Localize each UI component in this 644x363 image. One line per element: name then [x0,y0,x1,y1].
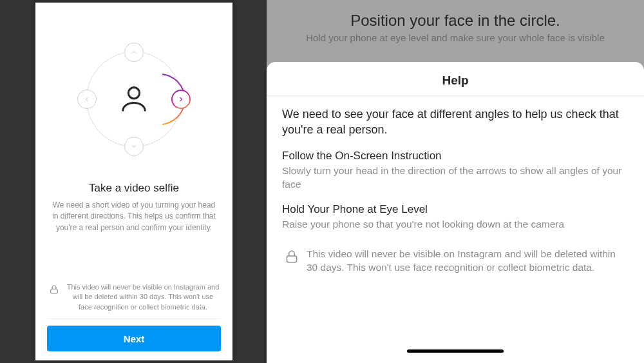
divider [267,95,644,96]
help-overlay-screen: Position your face in the circle. Hold y… [267,0,644,363]
person-icon [117,82,151,115]
help-section2-body: Raise your phone so that you're not look… [282,217,629,231]
selfie-direction-graphic [70,35,198,164]
next-button[interactable]: Next [47,326,221,351]
chevron-right-icon [171,90,191,109]
chevron-left-icon [77,90,97,109]
help-privacy-text: This video will never be visible on Inst… [307,247,627,275]
help-section1-heading: Follow the On-Screen Instruction [282,150,629,162]
position-face-title: Position your face in the circle. [286,12,625,30]
background-instruction: Position your face in the circle. Hold y… [267,0,644,63]
help-sheet[interactable]: Help We need to see your face at differe… [267,62,644,363]
svg-rect-2 [287,256,296,262]
intro-title: Take a video selfie [89,182,179,195]
help-section1-body: Slowly turn your head in the direction o… [282,164,629,191]
privacy-note: This video will never be visible on Inst… [47,279,221,319]
chevron-up-icon [124,43,144,62]
lock-icon [48,284,60,295]
help-sheet-title: Help [282,74,629,95]
svg-point-0 [128,88,139,99]
chevron-down-icon [124,137,144,156]
lock-icon [283,248,300,265]
home-indicator[interactable] [407,349,504,353]
position-face-sub: Hold your phone at eye level and make su… [286,32,625,43]
help-section2-heading: Hold Your Phone at Eye Level [282,203,629,216]
intro-body: We need a short video of you turning you… [50,200,218,233]
video-selfie-intro-screen: Take a video selfie We need a short vide… [35,3,232,360]
svg-rect-1 [51,289,58,293]
help-privacy-note: This video will never be visible on Inst… [282,243,629,281]
help-lead: We need to see your face at different an… [282,106,629,138]
privacy-text: This video will never be visible on Inst… [66,282,220,312]
